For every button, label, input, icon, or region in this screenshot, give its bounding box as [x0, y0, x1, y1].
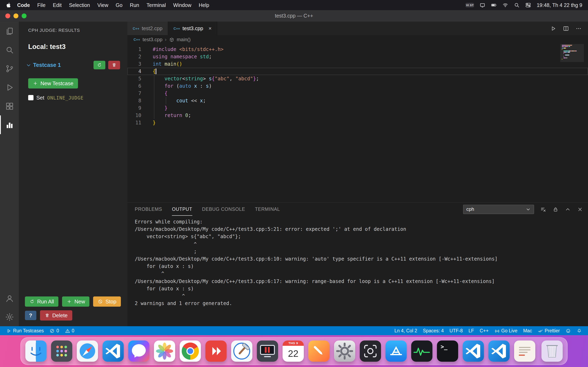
- activity-item-source-control[interactable]: [0, 59, 19, 78]
- search-icon[interactable]: [514, 2, 520, 8]
- testcase-header[interactable]: Testcase 1: [19, 59, 127, 71]
- help-button[interactable]: ?: [25, 311, 36, 320]
- code-line-1[interactable]: 1#include <bits/stdc++.h>: [127, 46, 588, 53]
- rerun-testcase-button[interactable]: [94, 61, 105, 69]
- delete-all-button[interactable]: Delete: [40, 310, 72, 320]
- panel-tab-problems[interactable]: PROBLEMS: [135, 203, 162, 216]
- tab-test2.cpp[interactable]: C++test2.cpp: [127, 22, 168, 35]
- clear-output-icon[interactable]: [540, 206, 546, 212]
- new-button[interactable]: New: [62, 296, 89, 307]
- code-line-6[interactable]: 6 for (auto x : s): [127, 82, 588, 90]
- breadcrumb-file[interactable]: test3.cpp: [143, 37, 162, 42]
- dock-xcode[interactable]: [231, 341, 252, 362]
- dock-trash[interactable]: [541, 341, 563, 362]
- activity-item-extensions[interactable]: [0, 97, 19, 115]
- code-editor[interactable]: 1#include <bits/stdc++.h>2using namespac…: [127, 44, 588, 202]
- statusbar-run-testcases[interactable]: Run Testcases: [3, 326, 47, 335]
- dock-messenger[interactable]: [128, 341, 149, 362]
- statusbar-go-live[interactable]: Go Live: [492, 326, 520, 335]
- control-center-icon[interactable]: [525, 2, 531, 8]
- dock-drawing-app[interactable]: [308, 341, 329, 362]
- dock-vscode-2[interactable]: [463, 341, 484, 362]
- menu-selection[interactable]: Selection: [65, 2, 94, 8]
- dock-vscode[interactable]: [103, 341, 124, 362]
- close-panel-icon[interactable]: [577, 206, 583, 212]
- code-line-8[interactable]: 8 cout << x;: [127, 97, 588, 104]
- statusbar-error-count[interactable]: 0: [47, 326, 62, 335]
- statusbar-language-mode[interactable]: C++: [477, 326, 492, 335]
- minimap-slider[interactable]: [560, 44, 584, 62]
- code-line-7[interactable]: 7 {: [127, 90, 588, 97]
- minimap[interactable]: [562, 45, 581, 60]
- apple-menu-icon[interactable]: [6, 2, 12, 8]
- activity-item-search[interactable]: [0, 40, 19, 59]
- menu-file[interactable]: File: [34, 2, 49, 8]
- output-console[interactable]: Errors while compiling:/Users/macbook/De…: [127, 216, 588, 326]
- dock-activity-monitor[interactable]: [411, 341, 432, 362]
- dock-vscode-3[interactable]: [488, 341, 510, 362]
- statusbar-keymap[interactable]: Mac: [520, 326, 535, 335]
- code-line-10[interactable]: 10 return 0;: [127, 112, 588, 119]
- menu-terminal[interactable]: Terminal: [143, 2, 170, 8]
- code-line-4[interactable]: 4{: [127, 68, 588, 75]
- dock-photos[interactable]: [154, 341, 175, 362]
- lock-icon[interactable]: [553, 206, 559, 212]
- dock-system-settings[interactable]: [334, 341, 355, 362]
- close-tab-icon[interactable]: ×: [208, 26, 212, 31]
- menu-view[interactable]: View: [94, 2, 112, 8]
- breadcrumb-symbol[interactable]: main(): [177, 37, 191, 42]
- dock-screen-share-app[interactable]: [257, 341, 278, 362]
- code-line-2[interactable]: 2using namespace std;: [127, 53, 588, 60]
- dock-safari[interactable]: [77, 341, 98, 362]
- code-line-5[interactable]: 5 vector<string> s{"abc", "abcd"};: [127, 75, 588, 82]
- output-channel-select[interactable]: cph: [463, 205, 534, 214]
- input-source-badge[interactable]: VI ST: [466, 3, 474, 8]
- dock-notes-app[interactable]: [514, 341, 535, 362]
- activity-item-explorer[interactable]: [0, 22, 19, 40]
- statusbar-feedback[interactable]: [563, 326, 574, 335]
- close-window-button[interactable]: [5, 13, 10, 18]
- minimize-window-button[interactable]: [13, 13, 18, 18]
- menu-help[interactable]: Help: [195, 2, 213, 8]
- code-line-3[interactable]: 3int main(): [127, 60, 588, 68]
- more-actions-icon[interactable]: [575, 25, 582, 32]
- menu-run[interactable]: Run: [126, 2, 143, 8]
- activity-item-accounts[interactable]: [0, 289, 19, 308]
- new-testcase-button[interactable]: New Testcase: [28, 78, 78, 89]
- battery-icon[interactable]: [491, 2, 497, 8]
- breadcrumb[interactable]: C++ test3.cpp › main(): [127, 35, 588, 44]
- dock-finder[interactable]: [25, 341, 47, 362]
- panel-tab-debug-console[interactable]: DEBUG CONSOLE: [202, 203, 245, 216]
- online-judge-checkbox[interactable]: [28, 95, 34, 100]
- run-all-button[interactable]: Run All: [25, 296, 58, 307]
- delete-testcase-button[interactable]: [108, 61, 120, 69]
- dock-screenshot-app[interactable]: [360, 341, 381, 362]
- statusbar-eol[interactable]: LF: [466, 326, 477, 335]
- code-line-11[interactable]: 11}: [127, 119, 588, 126]
- statusbar-indentation[interactable]: Spaces: 4: [420, 326, 447, 335]
- menu-go[interactable]: Go: [112, 2, 126, 8]
- statusbar-prettier[interactable]: Prettier: [535, 326, 563, 335]
- dock-chrome[interactable]: [180, 341, 201, 362]
- statusbar-encoding[interactable]: UTF-8: [447, 326, 466, 335]
- activity-item-cph-judge[interactable]: [0, 115, 19, 134]
- menu-edit[interactable]: Edit: [49, 2, 65, 8]
- code-line-9[interactable]: 9 }: [127, 104, 588, 112]
- tab-test3.cpp[interactable]: C++test3.cpp×: [168, 22, 217, 35]
- stop-button[interactable]: Stop: [93, 296, 121, 307]
- dock-app-store[interactable]: [385, 341, 407, 362]
- activity-item-settings[interactable]: [0, 308, 19, 326]
- panel-tab-terminal[interactable]: TERMINAL: [255, 203, 280, 216]
- split-editor-icon[interactable]: [563, 25, 569, 32]
- statusbar-notifications[interactable]: [574, 326, 585, 335]
- menubar-clock[interactable]: 19:48, Th 4 22 thg 9: [537, 2, 582, 8]
- statusbar-cursor-position[interactable]: Ln 4, Col 2: [392, 326, 420, 335]
- activity-item-run-debug[interactable]: [0, 78, 19, 97]
- statusbar-warning-count[interactable]: 0: [62, 326, 77, 335]
- display-icon[interactable]: [480, 2, 486, 8]
- run-code-icon[interactable]: [550, 25, 557, 32]
- menu-app-name[interactable]: Code: [13, 2, 34, 8]
- zoom-window-button[interactable]: [22, 13, 26, 18]
- panel-tab-output[interactable]: OUTPUT: [172, 203, 192, 216]
- window-titlebar[interactable]: test3.cpp — C++: [0, 10, 588, 22]
